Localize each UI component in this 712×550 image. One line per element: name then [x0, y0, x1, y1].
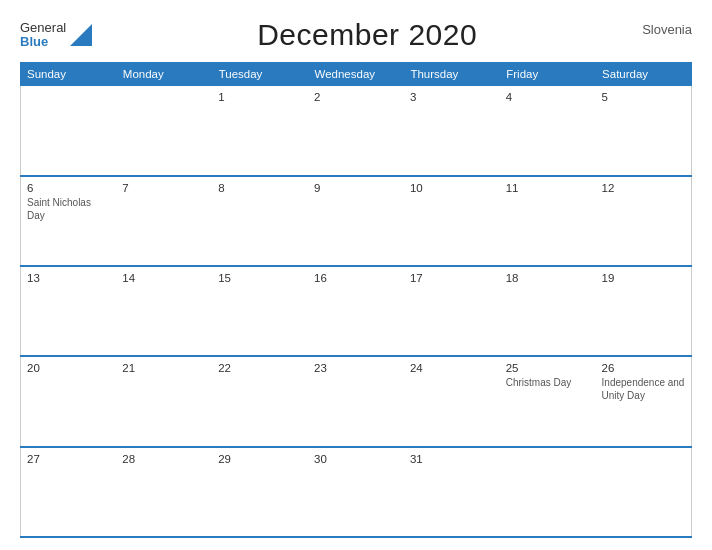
day-cell: 25Christmas Day — [500, 356, 596, 446]
logo-blue: Blue — [20, 35, 66, 49]
day-number: 10 — [410, 182, 494, 194]
day-cell: 27 — [21, 447, 117, 537]
day-header-monday: Monday — [116, 63, 212, 86]
day-number: 17 — [410, 272, 494, 284]
day-number: 25 — [506, 362, 590, 374]
day-cell: 15 — [212, 266, 308, 356]
day-cell: 10 — [404, 176, 500, 266]
day-header-wednesday: Wednesday — [308, 63, 404, 86]
day-cell: 20 — [21, 356, 117, 446]
day-cell: 23 — [308, 356, 404, 446]
day-number: 2 — [314, 91, 398, 103]
day-cell: 1 — [212, 86, 308, 176]
country-label: Slovenia — [642, 22, 692, 37]
holiday-label: Christmas Day — [506, 376, 590, 389]
day-cell — [21, 86, 117, 176]
day-number: 15 — [218, 272, 302, 284]
day-cell: 14 — [116, 266, 212, 356]
week-row-4: 2728293031 — [21, 447, 692, 537]
day-cell: 2 — [308, 86, 404, 176]
day-number: 14 — [122, 272, 206, 284]
day-cell: 18 — [500, 266, 596, 356]
day-cell: 29 — [212, 447, 308, 537]
day-number: 21 — [122, 362, 206, 374]
day-cell — [500, 447, 596, 537]
day-cell: 17 — [404, 266, 500, 356]
header: General Blue December 2020 Slovenia — [20, 18, 692, 52]
svg-marker-0 — [70, 24, 92, 46]
day-header-sunday: Sunday — [21, 63, 117, 86]
day-number: 12 — [602, 182, 685, 194]
day-header-row: SundayMondayTuesdayWednesdayThursdayFrid… — [21, 63, 692, 86]
day-cell: 7 — [116, 176, 212, 266]
day-cell: 22 — [212, 356, 308, 446]
day-number: 11 — [506, 182, 590, 194]
day-cell: 9 — [308, 176, 404, 266]
day-number: 1 — [218, 91, 302, 103]
day-cell — [116, 86, 212, 176]
day-number: 27 — [27, 453, 110, 465]
day-cell: 28 — [116, 447, 212, 537]
day-number: 20 — [27, 362, 110, 374]
logo-text: General Blue — [20, 21, 66, 50]
calendar-title: December 2020 — [257, 18, 477, 52]
week-row-1: 6Saint Nicholas Day789101112 — [21, 176, 692, 266]
day-header-tuesday: Tuesday — [212, 63, 308, 86]
day-number: 9 — [314, 182, 398, 194]
day-number: 18 — [506, 272, 590, 284]
calendar-page: General Blue December 2020 Slovenia Sund… — [0, 0, 712, 550]
day-cell: 21 — [116, 356, 212, 446]
day-number: 31 — [410, 453, 494, 465]
day-number: 22 — [218, 362, 302, 374]
day-number: 19 — [602, 272, 685, 284]
day-number: 29 — [218, 453, 302, 465]
day-cell — [596, 447, 692, 537]
week-row-0: 12345 — [21, 86, 692, 176]
day-number: 16 — [314, 272, 398, 284]
day-cell: 31 — [404, 447, 500, 537]
day-number: 30 — [314, 453, 398, 465]
day-cell: 5 — [596, 86, 692, 176]
day-header-thursday: Thursday — [404, 63, 500, 86]
day-number: 23 — [314, 362, 398, 374]
day-number: 24 — [410, 362, 494, 374]
day-cell: 26Independence and Unity Day — [596, 356, 692, 446]
logo-general: General — [20, 21, 66, 35]
day-number: 3 — [410, 91, 494, 103]
day-cell: 12 — [596, 176, 692, 266]
day-number: 4 — [506, 91, 590, 103]
day-number: 26 — [602, 362, 685, 374]
day-cell: 8 — [212, 176, 308, 266]
day-number: 6 — [27, 182, 110, 194]
holiday-label: Saint Nicholas Day — [27, 196, 110, 222]
day-cell: 3 — [404, 86, 500, 176]
day-cell: 16 — [308, 266, 404, 356]
day-number: 7 — [122, 182, 206, 194]
calendar-table: SundayMondayTuesdayWednesdayThursdayFrid… — [20, 62, 692, 538]
day-cell: 19 — [596, 266, 692, 356]
holiday-label: Independence and Unity Day — [602, 376, 685, 402]
day-header-saturday: Saturday — [596, 63, 692, 86]
day-number: 8 — [218, 182, 302, 194]
logo-icon — [70, 24, 92, 46]
logo: General Blue — [20, 21, 92, 50]
day-cell: 24 — [404, 356, 500, 446]
week-row-3: 202122232425Christmas Day26Independence … — [21, 356, 692, 446]
day-number: 5 — [602, 91, 685, 103]
day-number: 13 — [27, 272, 110, 284]
day-cell: 30 — [308, 447, 404, 537]
day-cell: 6Saint Nicholas Day — [21, 176, 117, 266]
week-row-2: 13141516171819 — [21, 266, 692, 356]
day-cell: 4 — [500, 86, 596, 176]
day-number: 28 — [122, 453, 206, 465]
day-header-friday: Friday — [500, 63, 596, 86]
day-cell: 13 — [21, 266, 117, 356]
day-cell: 11 — [500, 176, 596, 266]
